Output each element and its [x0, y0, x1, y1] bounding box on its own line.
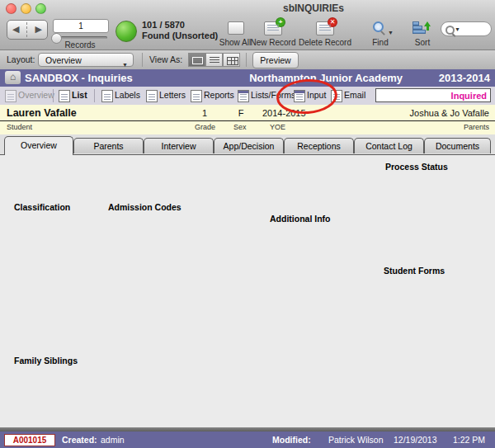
- classification-title: Classification: [12, 202, 73, 212]
- plus-badge-icon: +: [276, 17, 285, 27]
- form-view-icon: [192, 57, 203, 64]
- previous-record-icon[interactable]: ◀: [12, 24, 19, 35]
- find-dropdown-arrow-icon[interactable]: ▼: [388, 30, 394, 35]
- modified-time: 1:22 PM: [453, 435, 485, 445]
- nav-item-lists-forms[interactable]: Lists/Forms: [251, 90, 295, 100]
- status-field[interactable]: Inquired: [375, 88, 491, 102]
- delete-record-button[interactable]: Delete Record: [295, 38, 355, 47]
- current-record-input[interactable]: 1: [53, 19, 109, 33]
- delete-record-icon[interactable]: ✕: [316, 21, 334, 35]
- view-form-button[interactable]: [188, 53, 205, 67]
- layout-bar: Layout: Overview ▼ View As: Preview: [0, 50, 495, 70]
- lists-forms-nav-icon[interactable]: [238, 90, 249, 102]
- solution-header: ⌂ SANDBOX - Inquiries Northampton Junior…: [0, 69, 495, 87]
- school-name: Northampton Junior Academy: [249, 72, 403, 84]
- divider: [94, 89, 95, 102]
- layout-popup-value: Overview: [45, 55, 82, 65]
- tab-interview[interactable]: Interview: [144, 138, 214, 153]
- records-label: Records: [53, 40, 107, 50]
- grade-value: 1: [198, 108, 211, 118]
- navigation-strip: Overview List Labels Letters Reports Lis…: [0, 87, 495, 106]
- divider: [246, 53, 247, 67]
- tab-contact-log[interactable]: Contact Log: [354, 138, 424, 153]
- nav-item-input[interactable]: Input: [307, 90, 326, 100]
- tab-overview[interactable]: Overview: [4, 136, 73, 155]
- next-record-icon[interactable]: ▶: [35, 24, 42, 35]
- divider: [53, 89, 54, 102]
- tab-receptions[interactable]: Receptions: [284, 138, 354, 153]
- book-binding-icon: [26, 22, 27, 37]
- nav-item-letters[interactable]: Letters: [159, 90, 186, 100]
- student-label: Student: [7, 123, 32, 131]
- table-view-icon: [227, 57, 238, 65]
- letters-nav-icon[interactable]: [146, 90, 158, 102]
- process-status-title: Process Status: [383, 162, 450, 172]
- layout-popup[interactable]: Overview ▼: [38, 53, 134, 67]
- modified-label: Modified:: [272, 435, 311, 445]
- show-all-icon[interactable]: [228, 21, 244, 35]
- found-set-pie-icon[interactable]: [116, 21, 137, 42]
- nav-item-reports[interactable]: Reports: [204, 90, 234, 100]
- search-icon: [446, 26, 455, 35]
- additional-info-title: Additional Info: [267, 214, 333, 224]
- nav-item-email[interactable]: Email: [344, 90, 365, 100]
- zoom-window-icon[interactable]: [35, 3, 46, 14]
- filemaker-window: sbINQUIRIEs ◀ ▶ 1 Records 101 / 5870 Fou…: [0, 0, 495, 448]
- find-button[interactable]: Find: [363, 38, 398, 47]
- tab-documents[interactable]: Documents: [424, 138, 491, 153]
- yoe-label: YOE: [270, 123, 285, 131]
- list-view-icon: [210, 57, 219, 64]
- find-icon[interactable]: [373, 21, 384, 32]
- tab-parents[interactable]: Parents: [73, 138, 144, 153]
- found-status: Found (Unsorted): [142, 31, 218, 40]
- email-nav-icon[interactable]: [331, 90, 342, 102]
- labels-nav-icon[interactable]: [101, 90, 113, 102]
- layout-label: Layout:: [7, 54, 35, 64]
- family-siblings-title: Family Siblings: [12, 356, 80, 365]
- nav-item-list[interactable]: List: [72, 90, 87, 100]
- overview-nav-icon: [5, 90, 16, 102]
- new-record-icon[interactable]: +: [264, 21, 282, 35]
- footer-bar: A001015 Created: admin Modified: Patrick…: [0, 431, 495, 448]
- yoe-value: 2014-2015: [262, 108, 306, 118]
- list-nav-icon[interactable]: [59, 90, 70, 102]
- modified-date: 12/19/2013: [394, 435, 437, 445]
- nav-item-overview: Overview: [18, 90, 54, 100]
- parents-value: Joshua & Jo Vafalle: [410, 108, 489, 118]
- minimize-window-icon[interactable]: [21, 3, 31, 14]
- grade-label: Grade: [195, 123, 215, 131]
- school-year: 2013-2014: [439, 72, 490, 84]
- view-as-label: View As:: [149, 54, 182, 64]
- sort-button[interactable]: Sort: [406, 38, 439, 47]
- window-title: sbINQUIRIEs: [248, 2, 380, 14]
- solution-title: SANDBOX - Inquiries: [25, 72, 133, 84]
- view-list-button[interactable]: [205, 53, 223, 67]
- created-value: admin: [101, 435, 125, 445]
- x-badge-icon: ✕: [328, 17, 337, 27]
- modified-by: Patrick Wilson: [328, 435, 384, 445]
- tab-app-decision[interactable]: App/Decision: [214, 138, 284, 153]
- home-icon[interactable]: ⌂: [5, 71, 21, 84]
- sex-value: F: [234, 108, 248, 118]
- found-count: 101 / 5870: [142, 20, 185, 30]
- view-table-button[interactable]: [223, 53, 240, 67]
- divider: [142, 53, 143, 67]
- admission-codes-title: Admission Codes: [106, 202, 184, 212]
- new-record-button[interactable]: New Record: [248, 38, 299, 47]
- nav-item-labels[interactable]: Labels: [115, 90, 140, 100]
- record-navigation-book[interactable]: ◀ ▶: [7, 20, 48, 40]
- student-forms-title: Student Forms: [381, 266, 447, 276]
- search-dropdown-arrow-icon[interactable]: ▼: [455, 26, 460, 32]
- quick-find-input[interactable]: ▼: [441, 21, 492, 36]
- divider: [0, 120, 495, 121]
- title-toolbar: sbINQUIRIEs ◀ ▶ 1 Records 101 / 5870 Fou…: [0, 0, 495, 50]
- preview-button[interactable]: Preview: [252, 52, 299, 68]
- input-nav-icon[interactable]: [294, 90, 305, 102]
- record-id: A001015: [4, 434, 55, 446]
- sex-label: Sex: [233, 123, 247, 131]
- close-window-icon[interactable]: [6, 3, 16, 14]
- reports-nav-icon[interactable]: [191, 90, 202, 102]
- tab-panel: [0, 154, 495, 427]
- created-label: Created:: [62, 435, 97, 445]
- student-name: Lauren Vafalle: [7, 107, 77, 119]
